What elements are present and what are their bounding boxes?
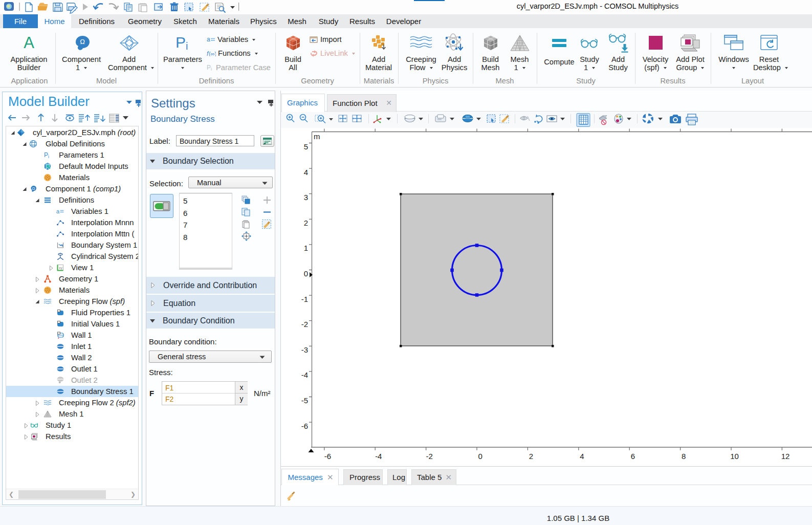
svg-text:i: i: [211, 67, 212, 71]
svg-text:-5: -5: [301, 396, 308, 405]
svg-text:Ω: Ω: [80, 38, 85, 46]
svg-text:3: 3: [304, 193, 308, 202]
svg-text:xy: xy: [59, 266, 63, 270]
svg-text:8: 8: [682, 452, 686, 461]
svg-text:(∞): (∞): [209, 51, 216, 56]
svg-text:-6: -6: [301, 422, 308, 430]
svg-text:5: 5: [304, 142, 308, 151]
svg-text:-4: -4: [375, 452, 382, 461]
svg-text:a: a: [56, 208, 60, 214]
svg-text:12: 12: [781, 452, 790, 461]
svg-text:6: 6: [631, 452, 635, 461]
svg-text:0: 0: [304, 269, 308, 278]
svg-text:1: 1: [304, 244, 308, 252]
svg-text:P: P: [207, 64, 211, 71]
svg-text:2: 2: [304, 218, 308, 227]
svg-text:Ω: Ω: [32, 186, 35, 191]
svg-text:m: m: [314, 132, 320, 141]
svg-text:P: P: [44, 151, 48, 159]
svg-text:-6: -6: [324, 452, 331, 461]
svg-text:i: i: [186, 40, 188, 51]
svg-text:-3: -3: [301, 345, 308, 354]
svg-text:4: 4: [580, 452, 584, 461]
svg-text:4: 4: [304, 168, 308, 177]
svg-text:-4: -4: [301, 370, 308, 379]
svg-text:a: a: [207, 36, 210, 42]
svg-text:-1: -1: [301, 295, 308, 303]
svg-text:2: 2: [529, 452, 533, 461]
svg-text:-2: -2: [301, 320, 308, 329]
svg-text:-2: -2: [426, 452, 433, 461]
svg-text:0: 0: [478, 452, 482, 461]
svg-text:10: 10: [730, 452, 739, 461]
svg-text:i: i: [48, 154, 49, 159]
svg-text:P: P: [175, 35, 186, 51]
